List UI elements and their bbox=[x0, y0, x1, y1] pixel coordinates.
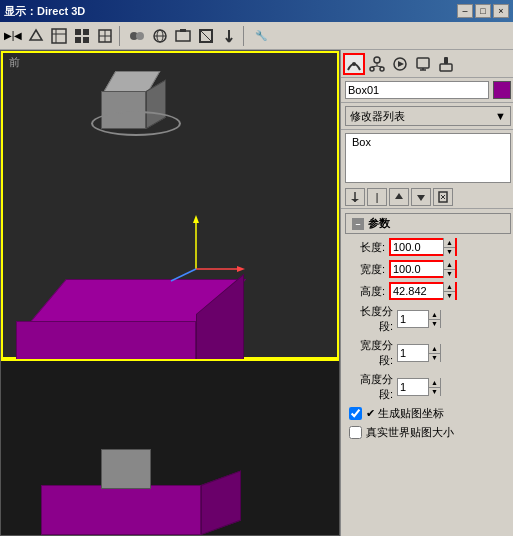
length-segs-input[interactable] bbox=[398, 311, 428, 327]
toolbar-sep-2 bbox=[243, 26, 247, 46]
svg-point-31 bbox=[380, 67, 384, 71]
svg-marker-43 bbox=[351, 199, 359, 202]
stack-btn-pin[interactable] bbox=[345, 188, 365, 206]
bottom-box-right bbox=[201, 470, 241, 535]
hierarchy-button[interactable] bbox=[366, 53, 388, 75]
box-front-face bbox=[16, 321, 196, 361]
object-name-input[interactable] bbox=[345, 81, 489, 99]
svg-line-34 bbox=[377, 66, 382, 67]
height-segs-input[interactable] bbox=[398, 379, 428, 395]
main-toolbar: ▶|◀ 🔧 bbox=[0, 22, 513, 50]
close-button[interactable]: × bbox=[493, 4, 509, 18]
length-input[interactable] bbox=[391, 239, 443, 255]
maximize-button[interactable]: □ bbox=[475, 4, 491, 18]
length-spinner-up[interactable]: ▲ bbox=[444, 238, 455, 248]
toolbar-sep-1 bbox=[119, 26, 123, 46]
toolbar-btn-8[interactable] bbox=[195, 25, 217, 47]
length-segs-up[interactable]: ▲ bbox=[429, 310, 440, 320]
toolbar-btn-9[interactable] bbox=[218, 25, 240, 47]
width-segs-spinner: ▲ ▼ bbox=[428, 344, 440, 362]
scene-top: 前 bbox=[1, 51, 339, 361]
toolbar-btn-1[interactable] bbox=[25, 25, 47, 47]
height-segs-down[interactable]: ▼ bbox=[429, 388, 440, 397]
svg-rect-5 bbox=[83, 29, 89, 35]
real-world-row: 真实世界贴图大小 bbox=[341, 423, 513, 442]
length-segs-wrapper: ▲ ▼ bbox=[397, 310, 441, 328]
svg-marker-26 bbox=[237, 266, 245, 272]
length-spinner-down[interactable]: ▼ bbox=[444, 248, 455, 257]
minimize-button[interactable]: – bbox=[457, 4, 473, 18]
modifier-dropdown[interactable]: 修改器列表 ▼ bbox=[345, 106, 511, 126]
bottom-purple-box bbox=[41, 485, 201, 535]
gen-uv-checkbox[interactable] bbox=[349, 407, 362, 420]
height-input[interactable] bbox=[391, 283, 443, 299]
scene-bottom bbox=[1, 361, 339, 535]
seg-row-height: 高度分段: ▲ ▼ bbox=[341, 370, 513, 404]
axes-svg bbox=[166, 209, 246, 289]
stack-btn-down[interactable] bbox=[411, 188, 431, 206]
motion-button[interactable] bbox=[389, 53, 411, 75]
utilities-button[interactable] bbox=[435, 53, 457, 75]
length-segs-down[interactable]: ▼ bbox=[429, 320, 440, 329]
length-segs-spinner: ▲ ▼ bbox=[428, 310, 440, 328]
width-input[interactable] bbox=[391, 261, 443, 277]
modify-tab-button[interactable] bbox=[343, 53, 365, 75]
stack-btn-delete[interactable] bbox=[433, 188, 453, 206]
svg-rect-41 bbox=[440, 64, 452, 71]
seg-row-length: 长度分段: ▲ ▼ bbox=[341, 302, 513, 336]
stack-btn-up[interactable] bbox=[389, 188, 409, 206]
toolbar-btn-10[interactable]: 🔧 bbox=[250, 25, 272, 47]
width-segs-wrapper: ▲ ▼ bbox=[397, 344, 441, 362]
scene-bottom-inner bbox=[1, 361, 339, 535]
length-input-wrapper: ▲ ▼ bbox=[389, 238, 457, 256]
display-button[interactable] bbox=[412, 53, 434, 75]
param-row-width: 宽度: ▲ ▼ bbox=[341, 258, 513, 280]
toolbar-btn-4[interactable] bbox=[94, 25, 116, 47]
width-segs-label: 宽度分段: bbox=[349, 338, 393, 368]
width-segs-down[interactable]: ▼ bbox=[429, 354, 440, 363]
title-text: 显示：Direct 3D bbox=[4, 4, 85, 19]
toolbar-btn-6[interactable] bbox=[149, 25, 171, 47]
width-spinner: ▲ ▼ bbox=[443, 260, 455, 278]
width-segs-up[interactable]: ▲ bbox=[429, 344, 440, 354]
svg-rect-17 bbox=[180, 29, 186, 32]
title-bar-buttons: – □ × bbox=[457, 4, 509, 18]
toolbar-btn-2[interactable] bbox=[48, 25, 70, 47]
gen-uv-label: ✔ 生成贴图坐标 bbox=[366, 406, 444, 421]
svg-point-29 bbox=[374, 57, 380, 63]
toolbar-btn-7[interactable] bbox=[172, 25, 194, 47]
modifier-list-box: Box bbox=[345, 133, 511, 183]
toolbar-btn-0[interactable]: ▶|◀ bbox=[2, 25, 24, 47]
stack-btn-sep: | bbox=[367, 188, 387, 206]
param-row-height: 高度: ▲ ▼ bbox=[341, 280, 513, 302]
svg-rect-4 bbox=[75, 29, 81, 35]
svg-marker-45 bbox=[417, 195, 425, 201]
height-segs-up[interactable]: ▲ bbox=[429, 378, 440, 388]
section-header-params[interactable]: – 参数 bbox=[345, 213, 511, 234]
param-section: – 参数 长度: ▲ ▼ 宽度: bbox=[341, 209, 513, 536]
length-spinner: ▲ ▼ bbox=[443, 238, 455, 256]
svg-marker-36 bbox=[398, 61, 404, 67]
viewport-top-label: 前 bbox=[9, 55, 20, 70]
width-label: 宽度: bbox=[349, 262, 385, 277]
width-spinner-down[interactable]: ▼ bbox=[444, 270, 455, 279]
toolbar-btn-5[interactable] bbox=[126, 25, 148, 47]
height-spinner-up[interactable]: ▲ bbox=[444, 282, 455, 292]
height-label: 高度: bbox=[349, 284, 385, 299]
cube-ring bbox=[91, 111, 181, 136]
svg-rect-7 bbox=[83, 37, 89, 43]
svg-point-30 bbox=[370, 67, 374, 71]
svg-point-28 bbox=[352, 62, 356, 66]
svg-rect-1 bbox=[52, 29, 66, 43]
object-color-swatch[interactable] bbox=[493, 81, 511, 99]
width-segs-input[interactable] bbox=[398, 345, 428, 361]
modifier-list-item-box[interactable]: Box bbox=[346, 134, 510, 150]
width-spinner-up[interactable]: ▲ bbox=[444, 260, 455, 270]
real-world-checkbox[interactable] bbox=[349, 426, 362, 439]
toolbar-btn-3[interactable] bbox=[71, 25, 93, 47]
section-toggle: – bbox=[352, 218, 364, 230]
seg-row-width: 宽度分段: ▲ ▼ bbox=[341, 336, 513, 370]
svg-line-33 bbox=[372, 66, 377, 67]
title-bar: 显示：Direct 3D – □ × bbox=[0, 0, 513, 22]
height-spinner-down[interactable]: ▼ bbox=[444, 292, 455, 301]
